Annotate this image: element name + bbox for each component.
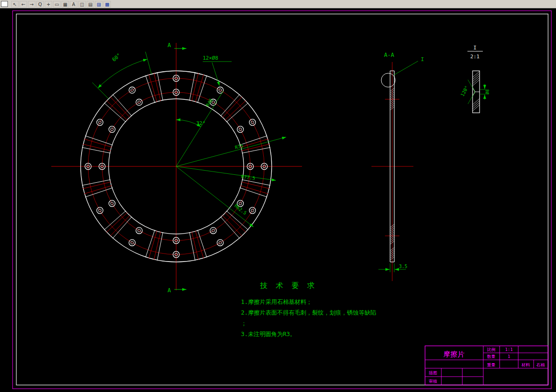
- segment-slot-line[interactable]: [106, 213, 127, 233]
- segment-slot-line[interactable]: [242, 179, 270, 185]
- scale-label: 比例: [487, 347, 495, 352]
- layers-icon[interactable]: ▤: [87, 1, 94, 7]
- dim-angle-60[interactable]: 60°: [92, 52, 151, 99]
- detail-mark-label: I: [421, 56, 424, 62]
- segment-slot-line[interactable]: [154, 232, 160, 260]
- segment-slot-line[interactable]: [192, 73, 198, 101]
- grid-toggle-icon[interactable]: ▨: [95, 1, 103, 7]
- dim-angle-60-text[interactable]: 60°: [111, 52, 122, 63]
- dim-holes-callout[interactable]: 12×Ø8: [203, 55, 232, 86]
- segment-slot-line[interactable]: [83, 144, 111, 151]
- segment-slot-line[interactable]: [225, 100, 246, 120]
- dim-thickness[interactable]: 3.5: [378, 263, 407, 272]
- qty-value: 1: [508, 354, 510, 359]
- detail-title-scale: 2:1: [470, 54, 480, 60]
- front-view[interactable]: 60° 12×Ø8 32° R48 R75 R77.5 R62.5 A: [51, 42, 302, 294]
- segment-slot-line[interactable]: [225, 213, 246, 233]
- detail-boundary-circle[interactable]: [381, 73, 395, 87]
- text-tool-icon[interactable]: A: [70, 1, 77, 7]
- tech-requirements[interactable]: 技 术 要 求 1.摩擦片采用石棉基材料；2.摩擦片表面不得有毛刺，裂纹，划痕，…: [241, 281, 376, 337]
- redo-icon[interactable]: →: [28, 1, 35, 7]
- title-block-part-name: 摩擦片: [444, 350, 465, 358]
- dim-angle-32-text[interactable]: 32°: [196, 120, 206, 126]
- check-row-label: 审核: [429, 379, 437, 384]
- tech-requirements-title: 技 术 要 求: [260, 281, 316, 290]
- segment-slot-line[interactable]: [157, 232, 163, 261]
- segment-slot-line[interactable]: [154, 73, 160, 101]
- cad-canvas[interactable]: 60° 12×Ø8 32° R48 R75 R77.5 R62.5 A: [0, 8, 556, 392]
- section-title: A-A: [384, 52, 394, 58]
- toolbar-icon-strip: ↖←→Q+▭▦A◫▤▨▩: [11, 1, 111, 7]
- segment-slot-line[interactable]: [83, 182, 111, 188]
- undo-icon[interactable]: ←: [20, 1, 27, 7]
- scale-value: 1:1: [505, 347, 513, 352]
- dim-angle-32[interactable]: 32° R48: [176, 91, 223, 166]
- segment-slot-line[interactable]: [82, 179, 110, 185]
- section-letter-bottom: A: [167, 287, 171, 294]
- segment-slot-line[interactable]: [106, 100, 127, 120]
- segment-slot-line[interactable]: [189, 72, 195, 101]
- detail-title-mark: I: [474, 45, 477, 51]
- segment-slot-line[interactable]: [192, 232, 198, 260]
- section-letter-top: A: [167, 42, 171, 48]
- layout-icon[interactable]: ◫: [78, 1, 86, 7]
- window-menu-chip[interactable]: [1, 1, 8, 7]
- tech-requirement-line: 1.摩擦片采用石棉基材料；: [241, 298, 312, 305]
- tech-requirement-line: ；: [241, 320, 247, 327]
- tech-requirement-line: 3.未注明圆角为R3。: [241, 330, 296, 337]
- segment-slot-line[interactable]: [189, 232, 195, 261]
- material-value: 石棉: [536, 363, 545, 367]
- osnap-toggle-icon[interactable]: ▩: [103, 1, 111, 7]
- segment-slot-line[interactable]: [222, 96, 242, 117]
- detail-hatch: [473, 71, 480, 111]
- section-view[interactable]: A-A I 3.5: [371, 52, 424, 281]
- tech-requirements-lines: 1.摩擦片采用石棉基材料；2.摩擦片表面不得有毛刺，裂纹，划痕，锈蚀等缺陷；3.…: [241, 298, 376, 337]
- dim-r75-text[interactable]: R75: [234, 143, 244, 150]
- segment-slot-line[interactable]: [82, 147, 110, 153]
- toolbar: ↖←→Q+▭▦A◫▤▨▩: [0, 0, 556, 8]
- segment-slot-line[interactable]: [241, 182, 269, 188]
- dim-hole-dia[interactable]: Ø8: [480, 84, 490, 100]
- qty-label: 数量: [487, 354, 495, 359]
- dim-r75[interactable]: R75: [176, 137, 286, 166]
- drawing-frame: [16, 14, 548, 385]
- dim-countersink-angle-text[interactable]: 120°: [460, 85, 469, 97]
- hatch-tool-icon[interactable]: ▦: [62, 1, 69, 7]
- dim-r77[interactable]: R77.5: [176, 166, 276, 181]
- rectangle-tool-icon[interactable]: ▭: [53, 1, 61, 7]
- material-label: 材料: [521, 363, 530, 367]
- segment-slot-line[interactable]: [157, 72, 163, 101]
- segment-slot-line[interactable]: [110, 215, 130, 236]
- weight-label: 重量: [487, 363, 495, 367]
- dim-holes-text[interactable]: 12×Ø8: [203, 55, 218, 61]
- tech-requirement-line: 2.摩擦片表面不得有毛刺，裂纹，划痕，锈蚀等缺陷: [241, 309, 376, 316]
- pan-tool-icon[interactable]: +: [45, 1, 52, 7]
- segment-slot-line[interactable]: [242, 147, 270, 153]
- zoom-tool-icon[interactable]: Q: [36, 1, 44, 7]
- segment-slot-line[interactable]: [110, 96, 130, 117]
- dim-hole-dia-text[interactable]: Ø8: [485, 89, 490, 95]
- select-tool-icon[interactable]: ↖: [11, 1, 19, 7]
- countersink-notch[interactable]: [473, 88, 475, 96]
- detail-view[interactable]: I 2:1 120° Ø8: [460, 45, 490, 113]
- tracing-row-label: 描图: [428, 371, 437, 375]
- dim-thickness-text[interactable]: 3.5: [399, 264, 407, 269]
- segment-slot-line[interactable]: [222, 215, 242, 236]
- title-block[interactable]: 摩擦片 比例 1:1 数量 1 重量 材料 石棉 描图 审核: [425, 346, 548, 385]
